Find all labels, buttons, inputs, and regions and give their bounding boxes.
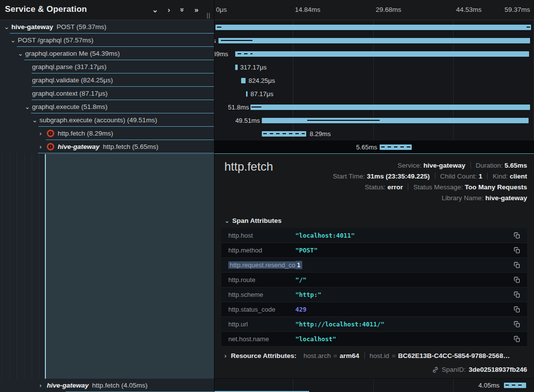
timeline-header: 0μs 14.84ms 29.68ms 44.53ms 59.37ms — [214, 0, 534, 20]
span-bar[interactable] — [504, 383, 526, 388]
chevron-right-icon[interactable]: › — [39, 143, 47, 150]
attribute-value: "/" — [295, 276, 307, 284]
row-border — [38, 153, 214, 153]
timeline-row: 54.39ms — [214, 47, 534, 61]
attribute-row[interactable]: http.route "/" — [221, 273, 527, 287]
library-name-label: Library Name: — [442, 194, 484, 202]
copy-button[interactable] — [512, 320, 521, 329]
copy-button[interactable] — [512, 261, 521, 270]
chevron-down-icon[interactable]: ⌄ — [18, 50, 25, 57]
attribute-row[interactable]: http.url "http://localhost:4011/" — [221, 317, 527, 332]
attribute-value: "localhost:4011" — [295, 232, 355, 239]
chevron-right-icon[interactable]: › — [39, 130, 47, 137]
attribute-key: http.status_code — [221, 306, 295, 313]
attribute-key: http.method — [221, 247, 295, 254]
span-bar[interactable] — [262, 131, 306, 137]
collapse-all-icon[interactable]: » — [178, 5, 187, 15]
meta-divider — [364, 352, 365, 359]
self-time-mark — [505, 385, 525, 386]
status-value: error — [388, 183, 403, 191]
equals-sign: = — [392, 352, 395, 359]
timeline-row: 57.57ms — [214, 34, 534, 47]
copy-button[interactable] — [512, 231, 521, 240]
expand-all-icon[interactable]: » — [192, 5, 201, 15]
tree-row-graphql-context[interactable]: graphql.context (87.17μs) — [0, 87, 214, 100]
copy-button[interactable] — [512, 335, 521, 344]
duration-label: 87.17μs — [250, 87, 274, 101]
duration-label: 49.51ms — [232, 114, 260, 127]
tick-label: 0μs — [216, 6, 227, 13]
tree-row-http-fetch-5ms-selected[interactable]: › ! hive-gateway http.fetch (5.65ms) — [0, 140, 214, 153]
kind-value: client — [510, 173, 527, 180]
copy-button[interactable] — [512, 290, 521, 299]
copy-button[interactable] — [512, 276, 521, 285]
span-bar[interactable] — [218, 38, 530, 43]
self-time-mark — [527, 27, 530, 28]
attribute-row[interactable]: net.host.name "localhost" — [221, 332, 527, 347]
tree-row-http-fetch-4ms[interactable]: › hive-gateway http.fetch (4.05ms) — [0, 379, 214, 392]
meta-divider — [435, 173, 435, 179]
tree-row-post-graphql[interactable]: ⌄ POST /graphql (57.57ms) — [0, 34, 214, 47]
span-bar[interactable] — [235, 65, 238, 70]
indent-guide — [2, 154, 2, 392]
span-label: http.fetch (8.29ms) — [58, 130, 113, 137]
span-label: http.fetch (4.05ms) — [92, 382, 148, 389]
status-label: Status: — [365, 183, 386, 191]
tree-row-graphql-execute[interactable]: ⌄ graphql.execute (51.8ms) — [0, 100, 214, 113]
span-tree-panel: Service & Operation ⌄ › » » || ⌄ hive-ga… — [0, 0, 214, 392]
selected-span-expanded-area[interactable] — [45, 154, 214, 379]
tick-label: 59.37ms — [504, 6, 530, 13]
tree-row-subgraph-execute[interactable]: ⌄ subgraph.execute (accounts) (49.51ms) — [0, 113, 214, 127]
span-bar[interactable] — [241, 78, 246, 83]
copy-button[interactable] — [512, 305, 521, 314]
tree-row-http-fetch-8ms[interactable]: › ! http.fetch (8.29ms) — [0, 127, 214, 140]
expand-one-icon[interactable]: › — [165, 5, 173, 15]
tree-row-hive-gateway-post[interactable]: ⌄ hive-gateway POST (59.37ms) — [0, 20, 214, 34]
tick-label: 29.68ms — [376, 6, 401, 13]
tree-row-graphql-operation[interactable]: ⌄ graphql.operation Me (54.39ms) — [0, 47, 214, 60]
attribute-value: 1 — [295, 261, 302, 269]
span-label: http.fetch (5.65ms) — [103, 143, 159, 150]
resource-attr-key: host.arch — [303, 352, 331, 359]
span-bar[interactable] — [262, 118, 529, 123]
panel-resize-handle[interactable]: || — [207, 12, 211, 19]
attribute-row[interactable]: http.scheme "http:" — [221, 287, 527, 302]
chevron-down-icon[interactable]: ⌄ — [10, 36, 18, 44]
span-bar[interactable] — [250, 105, 530, 110]
kind-label: Kind: — [493, 173, 508, 180]
span-label: graphql.parse (317.17μs) — [32, 63, 107, 71]
chevron-down-icon[interactable]: ⌄ — [25, 103, 32, 110]
timeline-row-selected[interactable]: 5.65ms — [214, 141, 534, 154]
trace-viewer: Service & Operation ⌄ › » » || ⌄ hive-ga… — [0, 0, 534, 392]
collapse-one-icon[interactable]: ⌄ — [151, 5, 159, 15]
tree-row-graphql-parse[interactable]: graphql.parse (317.17μs) — [0, 60, 214, 73]
indent-guide — [17, 154, 17, 392]
indent-guide — [9, 154, 10, 392]
span-label: POST /graphql (57.57ms) — [18, 36, 94, 44]
span-detail-title: http.fetch — [224, 160, 273, 174]
span-bar[interactable] — [246, 91, 248, 97]
span-bar[interactable] — [235, 51, 529, 57]
chevron-right-icon[interactable]: › — [39, 382, 47, 389]
span-attributes-section-header[interactable]: ⌄Span Attributes — [224, 217, 282, 224]
chevron-down-icon[interactable]: ⌄ — [4, 23, 11, 31]
attribute-row[interactable]: http.method "POST" — [221, 243, 527, 258]
gridline — [453, 379, 454, 392]
link-icon[interactable] — [432, 366, 439, 373]
copy-button[interactable] — [512, 246, 521, 255]
attribute-key: http.scheme — [221, 291, 295, 298]
span-bar[interactable] — [215, 25, 531, 30]
error-icon: ! — [47, 130, 54, 137]
attribute-row[interactable]: http.status_code 429 — [221, 302, 527, 317]
resource-attributes-heading: Resource Attributes: — [231, 352, 296, 359]
attribute-row[interactable]: http.host "localhost:4011" — [221, 228, 527, 243]
resource-attributes-row[interactable]: ›Resource Attributes:host.arch=arm64host… — [224, 352, 510, 359]
attribute-value: 429 — [295, 306, 307, 313]
span-bar[interactable] — [380, 144, 412, 150]
attribute-row-selected-text[interactable]: http.request.resend_count 1 — [221, 258, 527, 273]
child-count-label: Child Count: — [440, 173, 477, 180]
equals-sign: = — [333, 352, 337, 359]
indent-guide — [32, 154, 32, 392]
chevron-down-icon[interactable]: ⌄ — [32, 116, 39, 124]
tree-row-graphql-validate[interactable]: graphql.validate (824.25μs) — [0, 73, 214, 87]
